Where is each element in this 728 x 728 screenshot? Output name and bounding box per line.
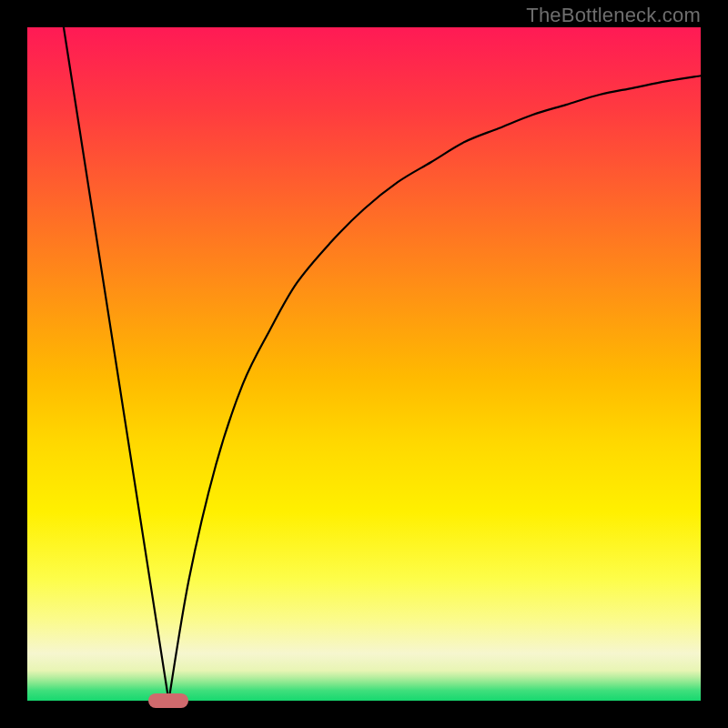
chart-frame: TheBottleneck.com — [0, 0, 728, 728]
right-curve — [168, 76, 701, 701]
curves-svg — [27, 27, 701, 701]
watermark-text: TheBottleneck.com — [526, 4, 701, 27]
left-line — [64, 27, 168, 701]
vertex-marker — [148, 693, 188, 708]
plot-area — [27, 27, 701, 701]
